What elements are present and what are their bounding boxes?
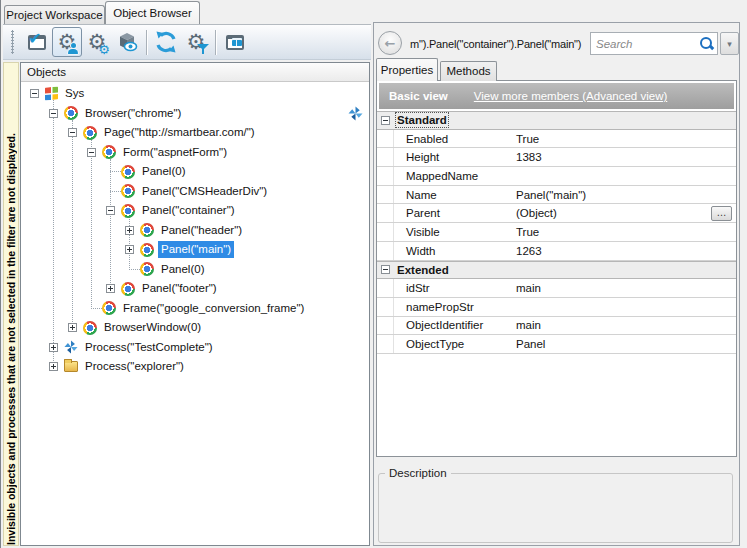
- property-row[interactable]: Width1263: [377, 242, 736, 261]
- collapse-icon[interactable]: [106, 206, 115, 215]
- tab-methods[interactable]: Methods: [440, 61, 497, 81]
- ellipsis-button[interactable]: …: [711, 206, 732, 221]
- expand-icon[interactable]: [49, 343, 58, 352]
- property-name: idStr: [406, 282, 430, 294]
- advanced-view-link[interactable]: View more members (Advanced view): [474, 90, 667, 102]
- chrome-icon: [64, 106, 78, 120]
- property-value: True: [516, 133, 539, 145]
- chrome-icon: [121, 282, 135, 296]
- tree-item-label: Panel("CMSHeaderDiv"): [139, 183, 270, 200]
- expand-icon[interactable]: [106, 284, 115, 293]
- property-value: 1263: [516, 245, 542, 257]
- tree-item[interactable]: Sys: [21, 84, 369, 104]
- expand-icon[interactable]: [125, 245, 134, 254]
- small-gear-icon: ⚙: [98, 43, 110, 56]
- toolbar-grip-handle[interactable]: [11, 30, 14, 54]
- chrome-icon: [121, 204, 135, 218]
- property-value: True: [516, 226, 539, 238]
- tree-item[interactable]: Panel("footer"): [21, 279, 369, 299]
- chrome-icon: [83, 321, 97, 335]
- gears-button[interactable]: ⚙⚙: [82, 27, 112, 57]
- tree-item-label: Page("http://smartbear.com/"): [101, 124, 258, 141]
- property-group-row[interactable]: Standard: [377, 111, 736, 130]
- tab-properties[interactable]: Properties: [376, 58, 438, 81]
- property-row[interactable]: namePropStr: [377, 298, 736, 317]
- property-name: MappedName: [406, 170, 478, 182]
- expand-icon[interactable]: [68, 323, 77, 332]
- chrome-icon: [102, 145, 116, 159]
- property-name: Height: [406, 151, 439, 163]
- collapse-icon[interactable]: [381, 265, 390, 274]
- tree-item[interactable]: Frame("google_conversion_frame"): [21, 299, 369, 319]
- property-value: main: [516, 282, 541, 294]
- filter-funnel-icon: [197, 44, 209, 55]
- tree-item[interactable]: Browser("chrome"): [21, 104, 369, 124]
- inspector-panel: ← m").Panel("container").Panel("main") ▾…: [373, 22, 740, 546]
- dock-panel-button[interactable]: [220, 27, 250, 57]
- tree-item-label: Panel("main"): [158, 241, 234, 258]
- collapse-icon[interactable]: [381, 116, 390, 125]
- tree-item[interactable]: Panel("container"): [21, 201, 369, 221]
- search-input[interactable]: [590, 32, 718, 55]
- cube-eye-button[interactable]: [112, 27, 142, 57]
- property-name: ObjectType: [406, 338, 464, 350]
- tree-item[interactable]: Panel("main"): [21, 240, 369, 260]
- toolbar: ✔ ⚙ ⚙⚙ ⚙: [3, 24, 371, 60]
- panel-icon: [232, 38, 242, 46]
- property-row[interactable]: ObjectIdentifiermain: [377, 317, 736, 336]
- property-row[interactable]: EnabledTrue: [377, 130, 736, 149]
- property-row[interactable]: idStrmain: [377, 279, 736, 298]
- collapse-icon[interactable]: [87, 148, 96, 157]
- property-row[interactable]: VisibleTrue: [377, 223, 736, 242]
- property-group-row[interactable]: Extended: [377, 261, 736, 280]
- property-row[interactable]: NamePanel("main"): [377, 186, 736, 205]
- tree-item[interactable]: Process("explorer"): [21, 357, 369, 377]
- tree-item[interactable]: Panel("header"): [21, 221, 369, 241]
- property-row[interactable]: Parent(Object)…: [377, 204, 736, 223]
- sync-pinwheel-icon: [348, 106, 363, 121]
- window-check-button[interactable]: ✔: [22, 27, 52, 57]
- tree-item[interactable]: BrowserWindow(0): [21, 318, 369, 338]
- collapse-icon[interactable]: [68, 128, 77, 137]
- refresh-button[interactable]: [151, 27, 181, 57]
- breadcrumb: m").Panel("container").Panel("main"): [410, 38, 588, 50]
- user-icon: [68, 43, 78, 54]
- back-button[interactable]: ←: [378, 31, 402, 55]
- tree-item-label: Panel("footer"): [139, 280, 220, 297]
- expand-icon[interactable]: [125, 226, 134, 235]
- property-row[interactable]: Height1383: [377, 148, 736, 167]
- tree-item[interactable]: Panel("CMSHeaderDiv"): [21, 182, 369, 202]
- tab-object-browser[interactable]: Object Browser: [105, 1, 200, 24]
- filter-button[interactable]: ⚙: [181, 27, 211, 57]
- property-row[interactable]: MappedName: [377, 167, 736, 186]
- expand-icon[interactable]: [49, 362, 58, 371]
- search-dropdown-button[interactable]: ▾: [720, 32, 739, 55]
- objects-panel: Objects SysBrowser("chrome")Page("http:/…: [20, 62, 370, 546]
- tree-item[interactable]: Process("TestComplete"): [21, 338, 369, 358]
- property-name: ObjectIdentifier: [406, 319, 483, 331]
- testcomplete-icon: [64, 340, 78, 354]
- gear-user-button[interactable]: ⚙: [52, 27, 82, 57]
- property-value: (Object): [516, 207, 557, 219]
- tree-item[interactable]: Panel(0): [21, 260, 369, 280]
- property-name: Name: [406, 189, 437, 201]
- view-bar: Basic view View more members (Advanced v…: [379, 83, 734, 109]
- tree-item[interactable]: Page("http://smartbear.com/"): [21, 123, 369, 143]
- window-icon: [226, 35, 244, 50]
- collapse-icon[interactable]: [49, 109, 58, 118]
- toolbar-separator: [146, 30, 147, 55]
- property-value: Panel("main"): [516, 189, 586, 201]
- tree-item[interactable]: Panel(0): [21, 162, 369, 182]
- property-name: Parent: [406, 207, 440, 219]
- tab-project-workspace[interactable]: Project Workspace: [4, 5, 105, 24]
- chrome-icon: [140, 243, 154, 257]
- collapse-icon[interactable]: [30, 89, 39, 98]
- chrome-icon: [121, 165, 135, 179]
- tree-item-label: Panel(0): [158, 261, 207, 278]
- check-glyph: ✔: [28, 31, 41, 47]
- filter-note-strip: Invisible objects and processes that are…: [3, 62, 19, 546]
- view-mode-label: Basic view: [389, 90, 448, 102]
- group-name: Extended: [397, 264, 449, 276]
- tree-item[interactable]: Form("aspnetForm"): [21, 143, 369, 163]
- property-row[interactable]: ObjectTypePanel: [377, 335, 736, 354]
